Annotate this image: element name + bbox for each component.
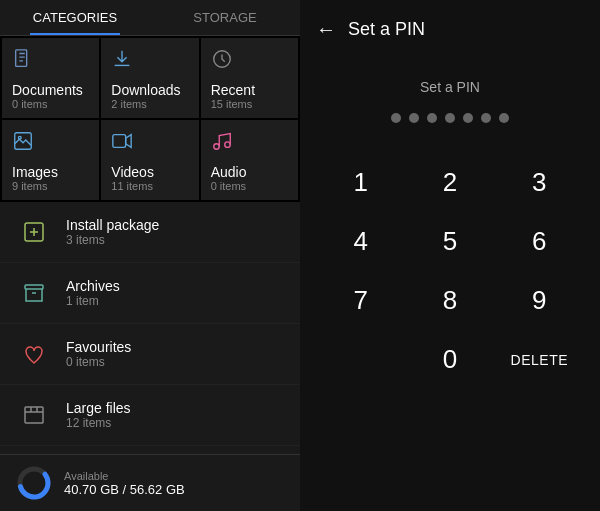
svg-rect-0 (16, 50, 27, 67)
numpad-8[interactable]: 8 (405, 271, 494, 330)
pin-dots (391, 113, 509, 123)
pin-dot-2 (409, 113, 419, 123)
grid-item-recent[interactable]: Recent 15 items (201, 38, 298, 118)
storage-bar: Available 40.70 GB / 56.62 GB (0, 454, 300, 511)
grid-item-downloads[interactable]: Downloads 2 items (101, 38, 198, 118)
category-list: Install package 3 items Archives 1 item (0, 202, 300, 454)
install-package-icon (16, 214, 52, 250)
numpad-9[interactable]: 9 (495, 271, 584, 330)
pin-dot-5 (463, 113, 473, 123)
pin-dot-3 (427, 113, 437, 123)
documents-icon (12, 48, 89, 75)
svg-rect-8 (25, 285, 43, 289)
grid-item-audio[interactable]: Audio 0 items (201, 120, 298, 200)
numpad-delete[interactable]: DELETE (495, 330, 584, 389)
numpad-5[interactable]: 5 (405, 212, 494, 271)
recent-icon (211, 48, 288, 75)
numpad: 1 2 3 4 5 6 7 8 9 0 DELETE (316, 153, 584, 389)
tab-storage[interactable]: STORAGE (150, 0, 300, 35)
videos-icon (111, 130, 188, 157)
favourites-icon (16, 336, 52, 372)
audio-icon (211, 130, 288, 157)
numpad-2[interactable]: 2 (405, 153, 494, 212)
grid-item-documents[interactable]: Documents 0 items (2, 38, 99, 118)
numpad-6[interactable]: 6 (495, 212, 584, 271)
storage-donut (16, 465, 52, 501)
numpad-0[interactable]: 0 (405, 330, 494, 389)
pin-title: Set a PIN (348, 19, 425, 40)
numpad-7[interactable]: 7 (316, 271, 405, 330)
archives-icon (16, 275, 52, 311)
pin-header: ← Set a PIN (300, 0, 600, 59)
tab-categories[interactable]: CATEGORIES (0, 0, 150, 35)
numpad-4[interactable]: 4 (316, 212, 405, 271)
downloads-icon (111, 48, 188, 75)
svg-rect-9 (25, 407, 43, 423)
grid-item-images[interactable]: Images 9 items (2, 120, 99, 200)
images-icon (12, 130, 89, 157)
list-item-favourites[interactable]: Favourites 0 items (0, 324, 300, 385)
numpad-3[interactable]: 3 (495, 153, 584, 212)
back-button[interactable]: ← (316, 18, 336, 41)
numpad-empty (316, 330, 405, 389)
tab-bar: CATEGORIES STORAGE (0, 0, 300, 36)
left-panel: CATEGORIES STORAGE Documents 0 items (0, 0, 300, 511)
pin-panel: ← Set a PIN Set a PIN 1 2 3 4 5 6 7 8 9 … (300, 0, 600, 511)
storage-values: 40.70 GB / 56.62 GB (64, 482, 185, 497)
svg-point-6 (224, 142, 230, 148)
list-item-large-files[interactable]: Large files 12 items (0, 385, 300, 446)
list-item-archives[interactable]: Archives 1 item (0, 263, 300, 324)
pin-dot-4 (445, 113, 455, 123)
svg-rect-4 (113, 135, 126, 148)
list-item-lockbox[interactable]: Lockbox (0, 446, 300, 454)
pin-body: Set a PIN 1 2 3 4 5 6 7 8 9 0 DELETE (300, 59, 600, 511)
available-label: Available (64, 470, 185, 482)
pin-dot-7 (499, 113, 509, 123)
numpad-1[interactable]: 1 (316, 153, 405, 212)
grid-item-videos[interactable]: Videos 11 items (101, 120, 198, 200)
large-files-icon (16, 397, 52, 433)
svg-point-5 (213, 144, 219, 150)
list-item-install-package[interactable]: Install package 3 items (0, 202, 300, 263)
pin-subtitle: Set a PIN (420, 79, 480, 95)
category-grid: Documents 0 items Downloads 2 items (0, 36, 300, 202)
pin-dot-1 (391, 113, 401, 123)
pin-dot-6 (481, 113, 491, 123)
